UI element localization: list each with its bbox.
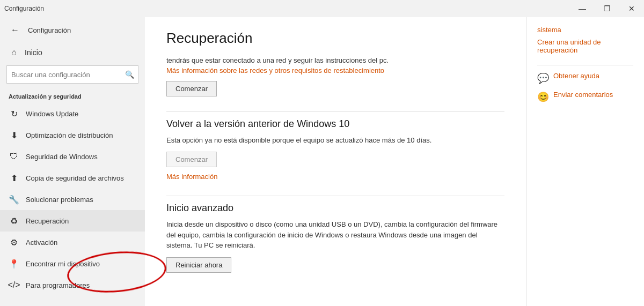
section-block-2: Volver a la versión anterior de Windows … — [166, 118, 504, 181]
sidebar-item-label: Solucionar problemas — [26, 196, 93, 204]
sidebar-item-recuperacion[interactable]: ♻ Recuperación — [0, 210, 145, 232]
titlebar-left: Configuración — [4, 5, 44, 12]
titlebar: Configuración — ❐ ✕ — [0, 0, 644, 17]
programadores-icon: </> — [9, 280, 19, 290]
right-item-ayuda[interactable]: 💬 Obtener ayuda — [537, 72, 633, 84]
sidebar-item-label: Para programadores — [26, 281, 90, 289]
titlebar-controls: — ❐ ✕ — [570, 0, 644, 17]
page-title: Recuperación — [166, 30, 504, 47]
divider-2 — [166, 196, 504, 196]
titlebar-title: Configuración — [4, 5, 44, 12]
distribucion-icon: ⬇ — [9, 130, 19, 140]
sidebar-nav-top: ← Configuración — [0, 17, 145, 43]
sidebar-item-label: Copia de seguridad de archivos — [26, 174, 124, 182]
sidebar-item-windows-update[interactable]: ↻ Windows Update — [0, 103, 145, 124]
right-section-help: 💬 Obtener ayuda 😊 Enviar comentarios — [537, 72, 633, 103]
activacion-icon: ⚙ — [9, 237, 19, 248]
help-icon: 💬 — [537, 72, 549, 84]
comenzar-button-1[interactable]: Comenzar — [166, 81, 217, 96]
sidebar-item-label: Recuperación — [26, 217, 69, 225]
link-mas-info[interactable]: Más información — [166, 173, 217, 181]
right-item-comentarios[interactable]: 😊 Enviar comentarios — [537, 91, 633, 103]
comenzar-button-2[interactable]: Comenzar — [166, 152, 217, 167]
right-item-ayuda-label: Obtener ayuda — [553, 72, 599, 80]
sidebar-item-solucionar[interactable]: 🔧 Solucionar problemas — [0, 189, 145, 210]
search-input[interactable] — [7, 71, 121, 79]
sidebar-item-label: Seguridad de Windows — [26, 153, 98, 161]
sidebar-item-distribucion[interactable]: ⬇ Optimización de distribución — [0, 124, 145, 146]
right-item-comentarios-label: Enviar comentarios — [553, 91, 613, 99]
section-block-1: tendrás que estar conectado a una red y … — [166, 55, 504, 96]
sidebar-item-label: Encontrar mi dispositivo — [26, 260, 100, 268]
right-panel: sistema Crear una unidad de recuperación… — [526, 17, 644, 306]
right-link-crear-unidad[interactable]: Crear una unidad de recuperación — [537, 38, 633, 54]
right-divider — [537, 65, 633, 65]
solucionar-icon: 🔧 — [9, 194, 19, 205]
sidebar-item-label: Optimización de distribución — [26, 131, 113, 139]
sidebar-app-title: Configuración — [28, 26, 71, 34]
right-link-sistema[interactable]: sistema — [537, 26, 633, 34]
section-block-3: Inicio avanzado Inicia desde un disposit… — [166, 203, 504, 273]
seguridad-icon: 🛡 — [9, 151, 19, 162]
encontrar-icon: 📍 — [9, 258, 19, 269]
sidebar: ← Configuración ⌂ Inicio 🔍 Actualización… — [0, 17, 145, 306]
sidebar-item-copia[interactable]: ⬆ Copia de seguridad de archivos — [0, 167, 145, 189]
reiniciar-ahora-button[interactable]: Reiniciar ahora — [166, 257, 231, 273]
home-icon: ⌂ — [9, 47, 19, 58]
windows-update-icon: ↻ — [9, 108, 19, 119]
right-section-links: sistema Crear una unidad de recuperación — [537, 26, 633, 54]
sidebar-item-activacion[interactable]: ⚙ Activación — [0, 232, 145, 253]
search-box: 🔍 — [6, 65, 138, 84]
sidebar-home-label: Inicio — [25, 48, 42, 57]
app-container: ← Configuración ⌂ Inicio 🔍 Actualización… — [0, 17, 644, 306]
section-desc-1: tendrás que estar conectado a una red y … — [166, 55, 504, 66]
sidebar-item-label: Windows Update — [26, 110, 78, 118]
section-title-3: Inicio avanzado — [166, 203, 504, 214]
sidebar-item-label: Activación — [26, 238, 57, 247]
search-icon[interactable]: 🔍 — [121, 66, 138, 83]
maximize-button[interactable]: ❐ — [595, 0, 619, 17]
sidebar-item-encontrar[interactable]: 📍 Encontrar mi dispositivo — [0, 253, 145, 274]
main-content: Recuperación tendrás que estar conectado… — [145, 17, 526, 306]
sidebar-item-home[interactable]: ⌂ Inicio — [0, 43, 145, 62]
recuperacion-icon: ♻ — [9, 215, 19, 226]
link-redes[interactable]: Más información sobre las redes y otros … — [166, 66, 384, 74]
minimize-button[interactable]: — — [570, 0, 595, 17]
sidebar-item-programadores[interactable]: </> Para programadores — [0, 274, 145, 296]
section-desc-2: Esta opción ya no está disponible porque… — [166, 135, 504, 146]
sidebar-section-title: Actualización y seguridad — [0, 87, 145, 103]
feedback-icon: 😊 — [537, 91, 549, 103]
divider-1 — [166, 111, 504, 112]
section-title-2: Volver a la versión anterior de Windows … — [166, 118, 504, 130]
back-button[interactable]: ← — [6, 21, 24, 39]
sidebar-item-seguridad[interactable]: 🛡 Seguridad de Windows — [0, 146, 145, 167]
close-button[interactable]: ✕ — [619, 0, 644, 17]
copia-icon: ⬆ — [9, 173, 19, 183]
section-desc-3: Inicia desde un dispositivo o disco (com… — [166, 219, 504, 251]
